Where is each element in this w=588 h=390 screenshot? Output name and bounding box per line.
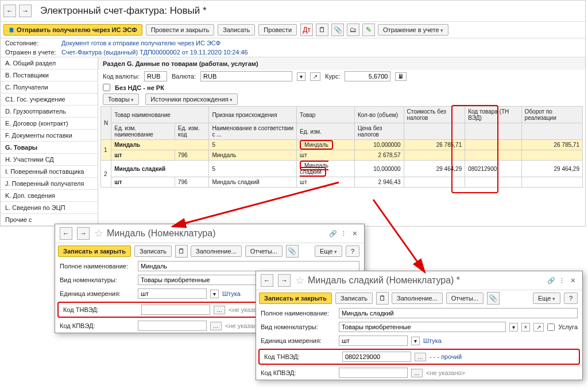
help-button[interactable]: ? — [346, 245, 359, 257]
kpved-input[interactable] — [339, 368, 408, 378]
reflect-dropdown[interactable]: Отражение в учете — [378, 24, 448, 36]
sidebar-item-d[interactable]: D. Грузоотправитель — [1, 106, 98, 118]
fill-button[interactable]: Заполнение... — [191, 245, 242, 257]
provesti-close-button[interactable]: Провести и закрыть — [146, 24, 215, 36]
rate-calc[interactable]: 🖩 — [395, 72, 407, 81]
stamp-icon[interactable]: 🗂 — [347, 24, 359, 36]
forward-icon[interactable]: → — [19, 5, 32, 17]
save-button[interactable]: Записать — [218, 24, 255, 36]
close-icon[interactable]: × — [568, 276, 578, 285]
star-icon[interactable]: ☆ — [94, 227, 103, 240]
item-highlight[interactable]: Миндаль — [300, 140, 333, 150]
attach-icon[interactable]: 📎 — [331, 24, 344, 36]
table-row[interactable]: шт 796 Миндаль шт 2 678,57 — [101, 150, 583, 161]
table-row[interactable]: 1 Миндаль 5 Миндаль 10,000000 26 785,71 … — [101, 140, 583, 150]
more-icon[interactable]: ⋮ — [559, 277, 565, 284]
uom-link[interactable]: Штука — [423, 337, 442, 344]
sources-dropdown[interactable]: Источники происхождения — [145, 93, 238, 105]
col-uom[interactable]: Ед. изм. — [297, 123, 355, 140]
uom-dropdown[interactable]: ▾ — [210, 290, 219, 298]
sidebar-item-i[interactable]: I. Поверенный поставщика — [1, 166, 98, 178]
edit-icon[interactable]: ✎ — [362, 24, 375, 36]
col-n[interactable]: N — [101, 107, 111, 140]
col-price[interactable]: Цена без налогов — [354, 123, 404, 140]
table-row[interactable]: 2 Миндаль сладкий 5 Миндаль сладкий 10,0… — [101, 161, 583, 177]
state-value[interactable]: Документ готов к отправке получателю чер… — [61, 40, 220, 46]
uom-dropdown[interactable]: ▾ — [411, 337, 420, 345]
tnved-link[interactable]: - - - прочий — [430, 353, 462, 360]
back-icon[interactable]: ← — [60, 227, 72, 240]
reports-button[interactable]: Отчеты... — [446, 292, 483, 304]
tnved-select[interactable]: … — [415, 353, 426, 361]
sidebar-item-c1[interactable]: С1. Гос. учреждение — [1, 93, 98, 106]
kpved-input[interactable] — [138, 321, 207, 331]
more-button[interactable]: Еще — [533, 292, 560, 304]
save-close-button[interactable]: Записать и закрыть — [58, 245, 131, 257]
sidebar-item-c[interactable]: С. Получатели — [1, 81, 98, 93]
uom-link[interactable]: Штука — [222, 290, 241, 297]
kind-input[interactable] — [339, 322, 506, 332]
sidebar-item-l[interactable]: L. Сведения по ЭЦП — [1, 202, 98, 214]
sidebar-item-b[interactable]: В. Поставщики — [1, 69, 98, 81]
help-button[interactable]: ? — [564, 292, 578, 304]
table-row[interactable]: шт 796 Миндаль сладкий шт 2 946,43 — [101, 177, 583, 188]
link-icon[interactable]: 🔗 — [329, 230, 337, 237]
close-icon[interactable]: × — [350, 229, 359, 238]
col-qty[interactable]: Кол-во (объем) — [354, 107, 404, 123]
kpved-link[interactable]: <не указано> — [426, 369, 465, 376]
back-icon[interactable]: ← — [3, 5, 16, 17]
sidebar-item-j[interactable]: J. Поверенный получателя — [1, 178, 98, 190]
kpved-select[interactable]: … — [210, 322, 222, 330]
reflect-value[interactable]: Счет-Фактура (выданный) ТДП00000002 от 1… — [61, 49, 248, 56]
provesti-button[interactable]: Провести — [258, 24, 297, 36]
save-close-button[interactable]: Записать и закрыть — [259, 292, 332, 304]
no-vat-checkbox[interactable] — [103, 84, 110, 91]
col-turnover[interactable]: Оборот по реализации — [521, 107, 582, 123]
sidebar-item-k[interactable]: K. Доп. сведения — [1, 190, 98, 202]
star-icon[interactable]: ☆ — [295, 274, 304, 287]
full-name-input[interactable] — [138, 261, 359, 271]
list-icon[interactable]: 🗒 — [376, 292, 389, 305]
back-icon[interactable]: ← — [261, 274, 273, 287]
currency-open[interactable]: ↗ — [310, 72, 320, 81]
sidebar-item-a[interactable]: А. Общий раздел — [1, 57, 98, 69]
link-icon[interactable]: 🔗 — [547, 277, 555, 284]
save-button[interactable]: Записать — [335, 292, 373, 304]
attach-icon[interactable]: 📎 — [487, 292, 500, 305]
send-esf-button[interactable]: 🗎 Отправить получателю через ИС ЭСФ — [3, 24, 142, 36]
col-cost[interactable]: Стоимость без налогов — [404, 107, 465, 123]
reports-button[interactable]: Отчеты... — [245, 245, 283, 257]
sidebar-item-f[interactable]: F. Документы поставки — [1, 130, 98, 142]
col-item[interactable]: Товар — [297, 107, 355, 123]
save-button[interactable]: Записать — [134, 245, 172, 257]
kind-dropdown[interactable]: ▾ — [509, 323, 518, 332]
uom-input[interactable] — [138, 288, 207, 299]
fill-button[interactable]: Заполнение... — [392, 292, 443, 304]
rate-input[interactable] — [345, 71, 390, 81]
kind-clear[interactable]: × — [521, 323, 531, 332]
col-sign[interactable]: Признак происхождения — [209, 107, 297, 123]
col-corr[interactable]: Наименование в соответствии с ... — [209, 123, 297, 140]
col-name[interactable]: Товар наименование — [111, 107, 209, 123]
col-uom-code[interactable]: Ед. изм. код — [175, 123, 209, 140]
sidebar-item-e[interactable]: Е. Договор (контракт) — [1, 118, 98, 130]
sidebar-item-h[interactable]: Н. Участники СД — [1, 154, 98, 166]
tnved-select[interactable]: … — [214, 306, 225, 314]
sidebar-item-g[interactable]: G. Товары — [1, 142, 98, 154]
more-icon[interactable]: ⋮ — [341, 230, 347, 237]
currency-code-input[interactable] — [144, 71, 167, 81]
dk-icon[interactable]: Дт — [300, 24, 313, 36]
col-tnved[interactable]: Код товара (ТН ВЭД) — [465, 107, 521, 123]
full-name-input[interactable] — [339, 308, 578, 318]
list-icon[interactable]: 🗒 — [175, 245, 188, 258]
kpved-select[interactable]: … — [411, 369, 423, 377]
attach-icon[interactable]: 📎 — [286, 245, 299, 258]
tnved-input[interactable] — [141, 305, 210, 315]
more-button[interactable]: Еще — [315, 245, 342, 257]
kind-open[interactable]: ↗ — [533, 323, 544, 332]
doc-icon[interactable]: 🗒 — [316, 24, 328, 36]
tnved-input[interactable] — [342, 352, 411, 362]
item-highlight[interactable]: Миндаль сладкий — [300, 161, 328, 177]
forward-icon[interactable]: → — [77, 227, 90, 240]
goods-dropdown[interactable]: Товары — [103, 93, 139, 105]
